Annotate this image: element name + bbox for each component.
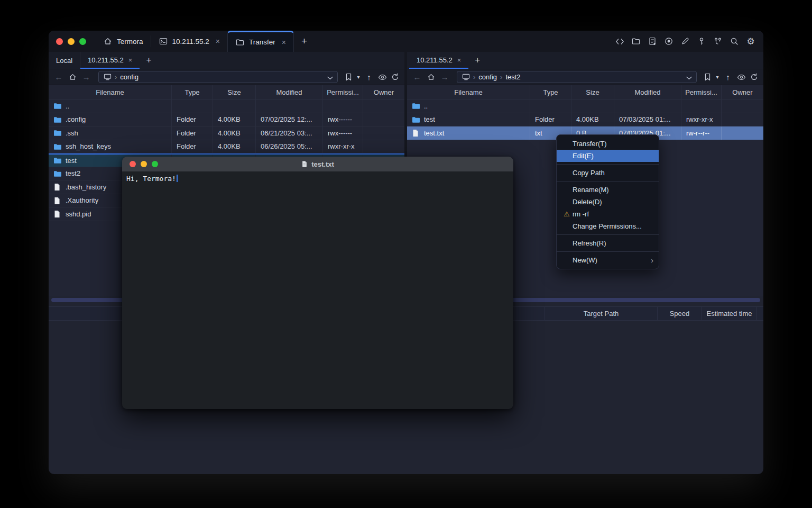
settings-gear-icon[interactable]: ⚙ (744, 35, 757, 48)
table-row[interactable]: .. (407, 99, 763, 113)
show-hidden-eye-icon[interactable] (736, 71, 746, 83)
table-row[interactable]: ssh_host_keys Folder 4.00KB 06/26/2025 0… (49, 140, 404, 154)
zoom-window-button[interactable] (79, 38, 86, 45)
column-header-filename[interactable]: Filename (407, 85, 530, 99)
chevron-down-icon[interactable] (686, 72, 692, 82)
column-header-size[interactable]: Size (571, 85, 614, 99)
editor-titlebar[interactable]: test.txt (122, 157, 513, 171)
show-hidden-eye-icon[interactable] (377, 71, 387, 83)
close-tab-icon[interactable]: × (457, 56, 462, 64)
file-type (172, 99, 213, 113)
code-snippets-icon[interactable] (613, 35, 626, 48)
menu-item-copy-path[interactable]: Copy Path (557, 167, 659, 179)
filename: test (424, 115, 435, 123)
tab-host-terminal[interactable]: 10.211.55.2 × (151, 31, 228, 52)
column-header-permissions[interactable]: Permissi... (323, 85, 363, 99)
close-window-button[interactable] (56, 38, 63, 45)
minimize-window-button[interactable] (141, 161, 147, 167)
file-icon (412, 129, 420, 137)
menu-separator (557, 251, 659, 252)
folder-icon (53, 170, 62, 177)
column-header-owner[interactable]: Owner (363, 85, 404, 99)
tab-local[interactable]: Local (49, 52, 80, 69)
file-owner (722, 126, 763, 140)
back-button[interactable]: ← (411, 71, 423, 83)
back-button[interactable]: ← (53, 71, 64, 83)
forward-button[interactable]: → (439, 71, 450, 83)
transfer-column-spacer[interactable] (756, 307, 763, 320)
bookmark-icon[interactable] (343, 71, 354, 83)
record-icon[interactable] (662, 35, 675, 48)
table-row[interactable]: .. (49, 99, 404, 113)
refresh-icon[interactable] (749, 71, 759, 83)
new-pane-tab-button[interactable]: + (140, 52, 158, 69)
editor-content[interactable]: Hi, Termora! (122, 171, 513, 186)
upload-button[interactable]: ↑ (363, 71, 375, 83)
new-tab-button[interactable]: + (294, 31, 315, 52)
column-header-type[interactable]: Type (530, 85, 571, 99)
menu-item-transfer[interactable]: Transfer(T) (557, 138, 659, 150)
chevron-down-icon[interactable] (327, 72, 333, 82)
menu-item-label: Edit(E) (573, 152, 594, 160)
menu-item-edit[interactable]: Edit(E) (557, 150, 659, 162)
keychain-icon[interactable] (712, 35, 724, 48)
log-document-icon[interactable] (646, 35, 659, 48)
column-header-modified[interactable]: Modified (614, 85, 681, 99)
column-header-estimated-time[interactable]: Estimated time (702, 307, 756, 320)
zoom-window-button[interactable] (152, 161, 158, 167)
breadcrumb-segment[interactable]: config (120, 73, 139, 81)
breadcrumb-segment[interactable]: test2 (505, 73, 520, 81)
file-modified: 07/02/2025 12:... (256, 113, 323, 126)
tab-remote-host[interactable]: 10.211.55.2 × (80, 52, 140, 69)
editor-text: Hi, Termora! (126, 175, 176, 183)
bookmark-dropdown-caret[interactable]: ▾ (715, 74, 720, 80)
home-button[interactable] (425, 71, 437, 83)
menu-item-refresh[interactable]: Refresh(R) (557, 237, 659, 249)
file-icon (53, 210, 62, 217)
menu-item-new[interactable]: New(W) › (557, 254, 659, 266)
column-header-filename[interactable]: Filename (49, 85, 172, 99)
bookmark-dropdown-caret[interactable]: ▾ (356, 74, 361, 80)
column-header-permissions[interactable]: Permissi... (681, 85, 722, 99)
search-icon[interactable] (728, 35, 741, 48)
table-row[interactable]: test Folder 4.00KB 07/03/2025 01:... rwx… (407, 113, 763, 127)
minimize-window-button[interactable] (68, 38, 75, 45)
close-tab-icon[interactable]: × (282, 38, 286, 47)
path-input[interactable]: › config › test2 (457, 71, 697, 83)
key-icon[interactable] (695, 35, 708, 48)
transfer-column-spacer[interactable] (514, 307, 545, 320)
menu-item-rm-rf[interactable]: ⚠ rm -rf (557, 208, 659, 220)
forward-button[interactable]: → (80, 71, 92, 83)
folder-icon[interactable] (630, 35, 642, 48)
edit-pencil-icon[interactable] (679, 35, 691, 48)
breadcrumb-segment[interactable]: config (478, 73, 497, 81)
bookmark-icon[interactable] (702, 71, 713, 83)
table-row[interactable]: .ssh Folder 4.00KB 06/21/2025 03:... rwx… (49, 126, 404, 140)
column-header-size[interactable]: Size (213, 85, 256, 99)
new-pane-tab-button[interactable]: + (468, 52, 486, 69)
filename: sshd.pid (66, 210, 91, 218)
table-row[interactable]: .config Folder 4.00KB 07/02/2025 12:... … (49, 113, 404, 127)
tab-termora-home[interactable]: Termora (96, 31, 151, 52)
menu-item-rename[interactable]: Rename(M) (557, 184, 659, 196)
menu-item-delete[interactable]: Delete(D) (557, 196, 659, 208)
column-header-owner[interactable]: Owner (722, 85, 763, 99)
file-icon (301, 160, 308, 168)
menu-item-change-permissions[interactable]: Change Permissions... (557, 220, 659, 232)
path-input[interactable]: › config (98, 71, 338, 83)
column-header-type[interactable]: Type (172, 85, 213, 99)
column-header-speed[interactable]: Speed (657, 307, 702, 320)
tab-remote-host[interactable]: 10.211.55.2 × (409, 52, 468, 69)
file-modified (614, 99, 681, 113)
column-header-modified[interactable]: Modified (256, 85, 323, 99)
refresh-icon[interactable] (390, 71, 400, 83)
menu-item-label: New(W) (573, 256, 597, 264)
editor-window: test.txt Hi, Termora! (122, 157, 513, 409)
home-button[interactable] (67, 71, 78, 83)
upload-button[interactable]: ↑ (722, 71, 734, 83)
close-tab-icon[interactable]: × (216, 37, 220, 46)
tab-transfer[interactable]: Transfer × (227, 31, 294, 52)
close-tab-icon[interactable]: × (128, 56, 133, 64)
close-window-button[interactable] (130, 161, 136, 167)
column-header-target-path[interactable]: Target Path (545, 307, 657, 320)
